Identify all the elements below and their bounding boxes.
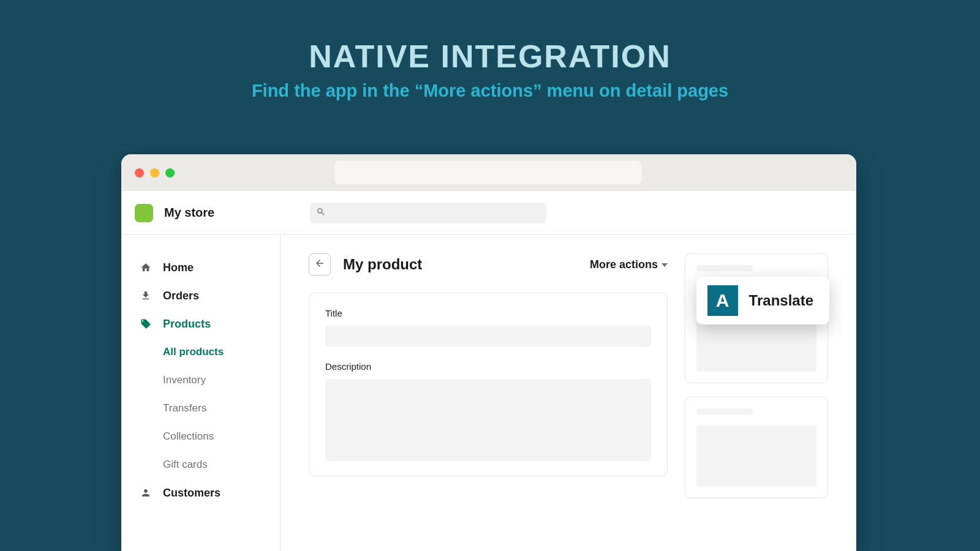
products-subnav: All products Inventory Transfers Collect… [121, 338, 280, 479]
sidebar-item-products[interactable]: Products [121, 310, 280, 338]
subnav-gift-cards[interactable]: Gift cards [163, 451, 280, 479]
sidebar-item-customers[interactable]: Customers [121, 479, 280, 507]
store-name: My store [164, 206, 214, 220]
more-actions-button[interactable]: More actions [590, 258, 668, 271]
hero-subtitle: Find the app in the “More actions” menu … [0, 81, 980, 101]
skeleton-line [696, 408, 753, 414]
page-header: My product More actions [309, 253, 668, 276]
orders-icon [140, 290, 152, 302]
search-input[interactable] [310, 203, 546, 223]
arrow-left-icon [314, 258, 325, 271]
customers-icon [140, 487, 152, 499]
products-icon [140, 318, 152, 330]
translate-app-icon: A [707, 285, 738, 316]
sidebar-item-home[interactable]: Home [121, 253, 280, 282]
sidebar-item-orders[interactable]: Orders [121, 282, 280, 310]
sidebar-item-label: Orders [163, 290, 199, 302]
minimize-dot-icon[interactable] [150, 168, 159, 178]
sidebar-item-label: Home [163, 261, 194, 274]
traffic-lights [135, 168, 175, 178]
hero-title: NATIVE INTEGRATION [0, 38, 980, 75]
maximize-dot-icon[interactable] [165, 168, 175, 178]
subnav-all-products[interactable]: All products [163, 338, 280, 366]
back-button[interactable] [309, 253, 331, 276]
title-field-label: Title [325, 308, 651, 318]
translate-menu-item[interactable]: Translate [749, 292, 813, 309]
browser-window: My store Home Orders [121, 154, 856, 551]
more-actions-label: More actions [590, 258, 658, 271]
skeleton-block [696, 425, 816, 487]
sidebar: Home Orders Products All products Invent… [121, 235, 281, 551]
more-actions-popover[interactable]: A Translate [696, 277, 829, 324]
window-titlebar [121, 154, 856, 191]
page-title: My product [343, 256, 422, 273]
product-form-card: Title Description [309, 293, 668, 476]
title-input[interactable] [325, 326, 651, 347]
skeleton-line [696, 265, 753, 271]
sidebar-item-label: Customers [163, 487, 221, 500]
app-header: My store [121, 191, 856, 235]
home-icon [140, 261, 152, 274]
description-input[interactable] [325, 379, 651, 461]
subnav-inventory[interactable]: Inventory [163, 366, 280, 394]
store-logo-icon[interactable] [135, 204, 153, 222]
close-dot-icon[interactable] [135, 168, 144, 178]
side-card-2 [685, 397, 828, 498]
sidebar-item-label: Products [163, 318, 211, 331]
url-bar[interactable] [334, 161, 642, 184]
chevron-down-icon [662, 263, 668, 267]
subnav-collections[interactable]: Collections [163, 422, 280, 451]
description-field-label: Description [325, 361, 651, 372]
subnav-transfers[interactable]: Transfers [163, 394, 280, 422]
search-icon [316, 207, 326, 219]
